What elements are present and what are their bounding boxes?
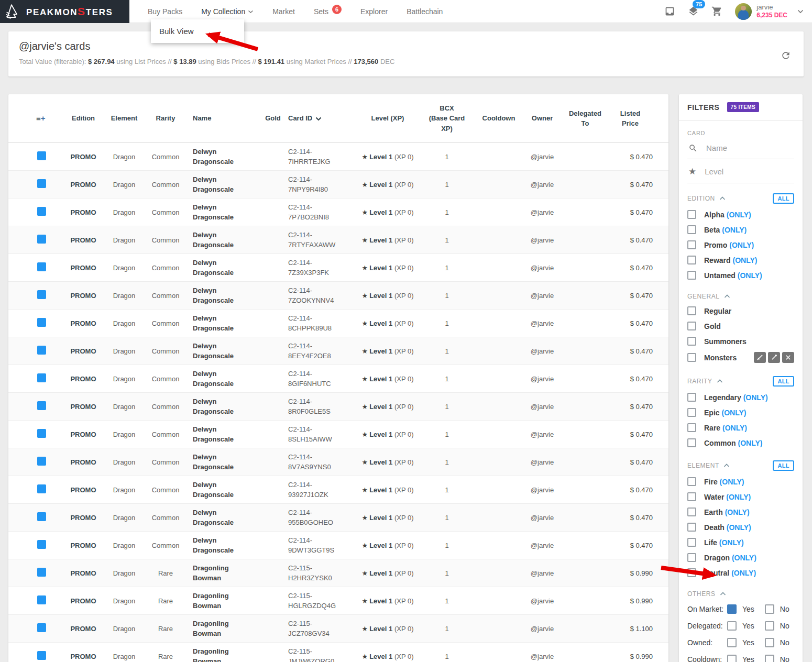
row-checkbox[interactable] [37,401,46,410]
refresh-icon[interactable] [781,50,791,63]
filter-all-button[interactable]: ALL [773,193,794,204]
chevron-up-icon[interactable] [720,592,726,596]
filter-checkbox-untamed[interactable] [687,271,696,280]
cell-card-name: DragonlingBowman [191,563,262,583]
row-checkbox[interactable] [37,235,46,244]
inbox-icon[interactable] [664,6,675,17]
filter-checkbox-beta[interactable] [687,225,696,234]
column-header-bcx[interactable]: BCX(Base CardXP) [418,103,476,134]
brand-logo[interactable]: PEAKMONSTERS [0,0,129,23]
filter-checkbox-neutral[interactable] [687,568,696,577]
row-checkbox[interactable] [37,595,46,604]
row-checkbox[interactable] [37,429,46,438]
row-checkbox[interactable] [37,346,46,355]
row-checkbox[interactable] [37,262,46,271]
filter-checkbox-epic[interactable] [687,408,696,417]
row-checkbox[interactable] [37,318,46,327]
user-menu[interactable]: jarvie 6,235 DEC [735,3,804,20]
cell-level: ★Level 1 (XP 0) [357,431,418,438]
name-filter-input[interactable] [705,143,778,153]
name-filter-field [687,136,794,159]
cooldown-yes-checkbox[interactable] [727,655,737,662]
filter-checkbox-regular[interactable] [687,306,696,315]
owned-no-checkbox[interactable] [765,638,774,647]
chevron-up-icon[interactable] [717,379,723,383]
filter-checkbox-fire[interactable] [687,477,696,486]
row-checkbox[interactable] [37,512,46,521]
filter-checkbox-water[interactable] [687,492,696,501]
column-header-edition[interactable]: Edition [58,113,108,124]
column-header-listed-price[interactable]: ListedPrice [608,108,658,129]
row-checkbox[interactable] [37,484,46,493]
filter-all-button[interactable]: ALL [773,460,794,471]
row-checkbox[interactable] [37,151,46,160]
no-attack-icon[interactable] [782,352,794,363]
row-checkbox[interactable] [37,290,46,299]
column-header-delegated-to[interactable]: DelegatedTo [563,108,608,129]
chevron-up-icon[interactable] [723,464,730,468]
cell-bcx: 1 [418,292,476,300]
level-filter-input[interactable] [704,167,777,176]
row-checkbox[interactable] [37,651,46,660]
filter-option: Untamed (ONLY) [687,268,794,283]
cooldown-no-checkbox[interactable] [765,655,774,662]
chevron-up-icon[interactable] [719,196,726,201]
on-market-no-checkbox[interactable] [765,604,774,614]
filter-checkbox-rare[interactable] [687,423,696,432]
row-checkbox[interactable] [37,207,46,216]
filter-checkbox-monsters[interactable] [687,353,696,362]
filter-checkbox-reward[interactable] [687,256,696,264]
level-star-icon: ★ [362,347,368,355]
column-header-select-all[interactable]: ≡+ [19,113,58,125]
filter-checkbox-dragon[interactable] [687,553,696,562]
filter-section-element: ELEMENT ALL Fire (ONLY) Water (ONLY) Ear… [687,460,794,580]
cell-rarity: Rare [140,569,191,577]
ranged-attack-icon[interactable] [768,352,780,363]
nav-item-explorer[interactable]: Explorer [360,7,388,16]
filter-all-button[interactable]: ALL [773,376,794,387]
melee-attack-icon[interactable] [754,352,766,363]
filter-checkbox-common[interactable] [687,438,696,447]
table-row: PROMO Dragon Common DelwynDragonscale C2… [8,532,668,559]
owned-yes-checkbox[interactable] [727,638,737,647]
row-checkbox[interactable] [37,373,46,382]
row-checkbox[interactable] [37,179,46,188]
column-header-card-id[interactable]: Card ID [284,113,357,124]
column-header-name[interactable]: Name [191,113,262,124]
nav-item-buy-packs[interactable]: Buy Packs [148,7,182,16]
row-checkbox[interactable] [37,540,46,549]
cell-card-id: C2-114-7Z39X3P3FK [284,258,357,278]
row-checkbox[interactable] [37,457,46,466]
filter-checkbox-promo[interactable] [687,240,696,249]
filter-checkbox-summoners[interactable] [687,337,696,346]
nav-item-market[interactable]: Market [272,7,295,16]
delegated-yes-checkbox[interactable] [727,621,737,631]
cart-icon[interactable] [711,6,722,17]
cards-layers-icon[interactable]: 75 [688,6,699,17]
cell-level: ★Level 1 (XP 0) [357,653,418,660]
row-checkbox[interactable] [37,623,46,632]
row-checkbox[interactable] [37,568,46,577]
nav-item-battlechain[interactable]: Battlechain [407,7,443,16]
filter-checkbox-legendary[interactable] [687,393,696,402]
column-header-level[interactable]: Level (XP) [357,113,418,124]
delegated-no-checkbox[interactable] [765,621,774,631]
filter-checkbox-life[interactable] [687,538,696,547]
cell-edition: PROMO [58,236,108,244]
filter-checkbox-death[interactable] [687,523,696,532]
column-header-element[interactable]: Element [108,113,140,124]
chevron-up-icon[interactable] [724,294,730,299]
nav-item-my-collection[interactable]: My Collection [201,7,254,16]
column-header-owner[interactable]: Owner [522,113,563,124]
nav-item-sets[interactable]: Sets 6 [314,7,342,16]
menu-item-bulk-view[interactable]: Bulk View [159,27,244,36]
column-header-gold[interactable]: Gold [262,113,284,124]
filter-checkbox-earth[interactable] [687,507,696,516]
cell-card-id: C2-114-8CHPPK89U8 [284,313,357,334]
cell-edition: PROMO [58,181,108,189]
filter-checkbox-gold[interactable] [687,322,696,330]
column-header-rarity[interactable]: Rarity [140,113,191,124]
on-market-yes-checkbox[interactable] [727,604,737,614]
filter-checkbox-alpha[interactable] [687,210,696,219]
column-header-cooldown[interactable]: Cooldown [476,113,522,124]
